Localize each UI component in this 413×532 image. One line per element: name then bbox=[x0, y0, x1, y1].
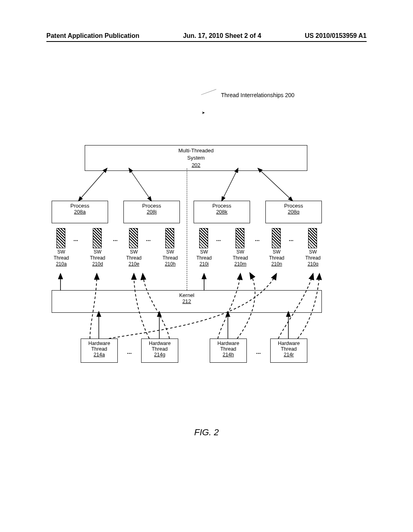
sw-thread-label: SWThread210d bbox=[86, 249, 110, 267]
process-num: 208q bbox=[266, 209, 321, 215]
sw-thread-label: SWThread210a bbox=[49, 249, 73, 267]
process-208j: Process 208j bbox=[123, 201, 180, 223]
kernel-box: Kernel 212 bbox=[52, 290, 322, 313]
process-label: Process bbox=[52, 203, 108, 209]
figure-caption: FIG. 2 bbox=[0, 427, 413, 438]
process-208k: Process 208k bbox=[194, 201, 250, 223]
figure-title-label: Thread Interrelationships 200 bbox=[221, 92, 294, 98]
kernel-num: 212 bbox=[52, 298, 321, 304]
sw-thread-icon bbox=[199, 228, 208, 248]
figure-area: ➤ Thread Interrelationships 200 Multi-Th… bbox=[48, 97, 363, 427]
page-header: Patent Application Publication Jun. 17, … bbox=[46, 32, 367, 42]
mts-num: 202 bbox=[85, 162, 307, 169]
ellipsis-icon: ... bbox=[113, 236, 118, 242]
sw-thread-icon bbox=[93, 228, 102, 248]
hw-thread-214a: HardwareThread 214a bbox=[81, 339, 118, 363]
mts-label: Multi-ThreadedSystem bbox=[85, 147, 307, 162]
svg-line-2 bbox=[222, 168, 238, 201]
process-num: 208j bbox=[124, 209, 179, 215]
process-num: 208k bbox=[194, 209, 250, 215]
mts-box: Multi-ThreadedSystem 202 bbox=[85, 145, 307, 171]
ellipsis-icon: ... bbox=[256, 349, 261, 355]
header-left: Patent Application Publication bbox=[46, 32, 140, 39]
process-label: Process bbox=[194, 203, 250, 209]
process-208q: Process 208q bbox=[265, 201, 322, 223]
sw-thread-label: SWThread210q bbox=[301, 249, 325, 267]
sw-thread-label: SWThread210n bbox=[265, 249, 289, 267]
center-divider bbox=[187, 168, 187, 290]
sw-thread-label: SWThread210m bbox=[228, 249, 252, 267]
hw-thread-214h: HardwareThread 214h bbox=[210, 339, 247, 363]
ellipsis-icon: ... bbox=[289, 236, 294, 242]
sw-thread-icon bbox=[308, 228, 317, 248]
ellipsis-icon: ... bbox=[146, 236, 151, 242]
ellipsis-icon: ... bbox=[73, 236, 78, 242]
sw-thread-icon bbox=[236, 228, 244, 248]
pointer-line bbox=[201, 89, 219, 102]
sw-thread-icon bbox=[129, 228, 138, 248]
svg-line-3 bbox=[258, 168, 292, 201]
sw-thread-icon bbox=[272, 228, 281, 248]
sw-thread-label: SWThread210e bbox=[122, 249, 146, 267]
header-center: Jun. 17, 2010 Sheet 2 of 4 bbox=[183, 32, 261, 39]
process-label: Process bbox=[266, 203, 321, 209]
sw-thread-icon bbox=[165, 228, 174, 248]
ellipsis-icon: ... bbox=[255, 236, 260, 242]
ellipsis-icon: ... bbox=[127, 349, 132, 355]
process-label: Process bbox=[124, 203, 179, 209]
sw-thread-icon bbox=[56, 228, 65, 248]
hw-thread-214r: HardwareThread 214r bbox=[270, 339, 307, 363]
process-208a: Process 208a bbox=[52, 201, 108, 223]
hw-thread-214g: HardwareThread 214g bbox=[141, 339, 178, 363]
process-num: 208a bbox=[52, 209, 108, 215]
page: Patent Application Publication Jun. 17, … bbox=[0, 0, 413, 532]
header-right: US 2010/0153959 A1 bbox=[305, 32, 367, 39]
ellipsis-icon: ... bbox=[216, 236, 221, 242]
sw-thread-label: SWThread210i bbox=[192, 249, 216, 267]
svg-line-0 bbox=[79, 168, 107, 201]
sw-thread-label: SWThread210h bbox=[158, 249, 182, 267]
svg-line-1 bbox=[129, 168, 151, 201]
pointer-arrowhead-icon: ➤ bbox=[202, 110, 205, 115]
kernel-label: Kernel bbox=[52, 292, 321, 298]
